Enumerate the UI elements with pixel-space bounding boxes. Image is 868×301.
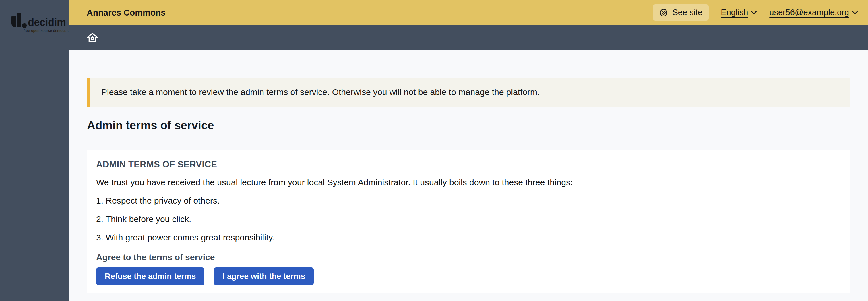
terms-heading: ADMIN TERMS OF SERVICE [96, 159, 838, 170]
see-site-label: See site [672, 8, 702, 17]
agree-heading: Agree to the terms of service [96, 252, 838, 262]
page-title: Admin terms of service [87, 118, 850, 132]
language-dropdown[interactable]: English [721, 8, 756, 17]
main-shell: Annares Commons See site English user56@… [69, 0, 868, 301]
content-area: Please take a moment to review the admin… [69, 50, 868, 301]
sidebar-divider [0, 59, 69, 59]
user-email: user56@example.org [769, 8, 849, 17]
chevron-down-icon [751, 8, 757, 14]
tos-warning-callout: Please take a moment to review the admin… [87, 78, 850, 107]
admin-subnav [69, 25, 868, 50]
terms-intro: We trust you have received the usual lec… [96, 177, 838, 187]
title-divider [87, 140, 850, 140]
terms-actions: Refuse the admin terms I agree with the … [96, 267, 838, 285]
language-label: English [721, 8, 748, 17]
agree-terms-button[interactable]: I agree with the terms [214, 267, 314, 285]
home-gear-icon [87, 32, 98, 43]
terms-list-item: 1. Respect the privacy of others. [96, 195, 838, 206]
terms-list-item: 2. Think before you click. [96, 214, 838, 224]
organization-title: Annares Commons [87, 8, 166, 18]
terms-list-item: 3. With great power comes great responsi… [96, 232, 838, 243]
decidim-logo[interactable]: decidim free open-source democracy [9, 12, 66, 33]
see-site-button[interactable]: See site [653, 4, 709, 21]
callout-text: Please take a moment to review the admin… [101, 87, 539, 98]
logo-wordmark: decidim [28, 17, 66, 28]
decidim-logo-icon [9, 12, 27, 28]
terms-card: ADMIN TERMS OF SERVICE We trust you have… [87, 150, 850, 293]
chevron-down-icon [852, 8, 858, 14]
refuse-terms-button[interactable]: Refuse the admin terms [96, 267, 205, 285]
logo-tagline: free open-source democracy [24, 29, 71, 33]
home-button[interactable] [87, 32, 98, 43]
user-menu-dropdown[interactable]: user56@example.org [769, 8, 857, 17]
admin-sidebar: decidim free open-source democracy [0, 0, 69, 301]
admin-topbar: Annares Commons See site English user56@… [69, 0, 868, 25]
eye-icon [659, 8, 668, 17]
topbar-actions: See site English user56@example.org [653, 4, 857, 21]
